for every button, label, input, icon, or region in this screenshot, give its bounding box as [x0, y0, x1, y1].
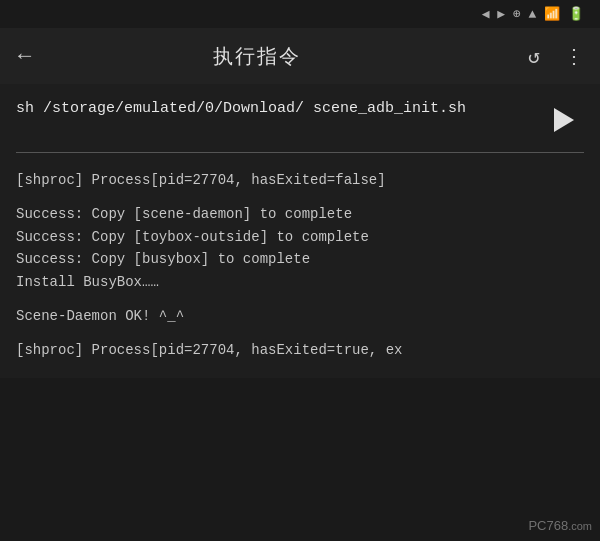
page-title: 执行指令 — [49, 43, 464, 70]
run-triangle-icon — [554, 108, 574, 132]
status-bar: ◀ ▶ ⊕ ▲ 📶 🔋 — [0, 0, 600, 28]
output-line-3: Success: Copy [toybox-outside] to comple… — [16, 226, 584, 248]
output-spacer-1 — [16, 191, 584, 203]
output-area: [shproc] Process[pid=27704, hasExited=fa… — [0, 153, 600, 378]
watermark-tld: .com — [568, 520, 592, 532]
output-line-7: Scene-Daemon OK! ^_^ — [16, 305, 584, 327]
toolbar-actions: ↺ ⋮ — [524, 40, 588, 73]
command-text[interactable]: sh /storage/emulated/0/Download/ scene_a… — [16, 98, 536, 121]
main-content: sh /storage/emulated/0/Download/ scene_a… — [0, 84, 600, 541]
output-spacer-8 — [16, 327, 584, 339]
output-line-2: Success: Copy [scene-daemon] to complete — [16, 203, 584, 225]
watermark: PC768.com — [528, 518, 592, 533]
status-icons: ◀ ▶ ⊕ ▲ 📶 🔋 — [482, 6, 584, 22]
output-spacer-6 — [16, 293, 584, 305]
toolbar: ← 执行指令 ↺ ⋮ — [0, 28, 600, 84]
output-line-4: Success: Copy [busybox] to complete — [16, 248, 584, 270]
run-button[interactable] — [544, 100, 584, 140]
back-button[interactable]: ← — [12, 38, 37, 75]
command-input-row: sh /storage/emulated/0/Download/ scene_a… — [16, 98, 584, 140]
output-line-0: [shproc] Process[pid=27704, hasExited=fa… — [16, 169, 584, 191]
more-menu-icon[interactable]: ⋮ — [560, 40, 588, 73]
history-icon[interactable]: ↺ — [524, 40, 544, 73]
command-divider — [16, 152, 584, 153]
output-line-5: Install BusyBox…… — [16, 271, 584, 293]
output-line-9: [shproc] Process[pid=27704, hasExited=tr… — [16, 339, 584, 361]
watermark-site: PC768 — [528, 518, 568, 533]
command-area: sh /storage/emulated/0/Download/ scene_a… — [0, 84, 600, 153]
